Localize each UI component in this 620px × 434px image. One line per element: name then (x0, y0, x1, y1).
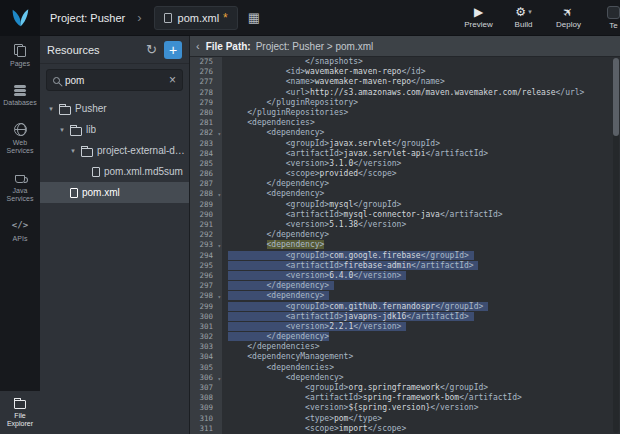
code-text[interactable]: <dependencies> (222, 363, 334, 373)
code-text[interactable]: </pluginRepository> (222, 98, 358, 108)
code-text[interactable]: <name>wavemaker-maven-repo</name> (222, 77, 445, 87)
code-line-282[interactable]: 282▾ <dependency> (190, 128, 620, 138)
code-line-275[interactable]: 275 </snapshots> (190, 57, 620, 67)
code-line-297[interactable]: 297 </dependency> (190, 281, 620, 291)
scrollbar-thumb[interactable] (613, 58, 619, 136)
code-text[interactable]: <dependency> (222, 128, 324, 138)
line-number[interactable]: 298▾ (190, 291, 222, 301)
sidebar-item-web-services[interactable]: Web Services (0, 115, 40, 163)
more-button[interactable]: Te (591, 0, 620, 35)
code-line-304[interactable]: 304 <dependencyManagement> (190, 352, 620, 362)
code-text[interactable]: <artifactId>mysql-connector-java</artifa… (222, 210, 503, 220)
line-number[interactable]: 275 (190, 57, 222, 67)
collapse-panel-icon[interactable]: ‹ (196, 40, 200, 52)
code-text[interactable]: <groupId>com.github.fernandospr</groupId… (222, 302, 488, 312)
code-line-299[interactable]: 299 <groupId>com.github.fernandospr</gro… (190, 302, 620, 312)
code-text[interactable]: </dependency> (222, 332, 329, 342)
code-line-290[interactable]: 290 <artifactId>mysql-connector-java</ar… (190, 210, 620, 220)
code-editor[interactable]: 275 </snapshots>276 <id>wavemaker-maven-… (190, 57, 620, 434)
code-line-285[interactable]: 285 <version>3.1.0</version> (190, 159, 620, 169)
code-line-301[interactable]: 301 <version>2.2.1</version> (190, 322, 620, 332)
code-line-293[interactable]: 293▾ <dependency> (190, 240, 620, 250)
sidebar-item-java-services[interactable]: Java Services (0, 163, 40, 211)
code-text[interactable]: <version>6.4.0</version> (222, 271, 406, 281)
line-number[interactable]: 307 (190, 383, 222, 393)
expand-caret-icon[interactable]: ▾ (58, 126, 66, 134)
build-button[interactable]: ⚙▾Build (501, 0, 546, 35)
code-text[interactable]: <version>5.1.38</version> (222, 220, 406, 230)
line-number[interactable]: 288▾ (190, 189, 222, 199)
line-number[interactable]: 284 (190, 149, 222, 159)
grid-menu-icon[interactable]: ▦ (248, 10, 260, 25)
line-number[interactable]: 280 (190, 108, 222, 118)
code-line-294[interactable]: 294 <groupId>com.google.firebase</groupI… (190, 251, 620, 261)
line-number[interactable]: 309 (190, 403, 222, 413)
tree-item-pom-xml-md5sum[interactable]: pom.xml.md5sum (40, 161, 189, 182)
line-number[interactable]: 296 (190, 271, 222, 281)
code-text[interactable]: </dependency> (222, 281, 334, 291)
code-text[interactable]: <artifactId>javapns-jdk16</artifactId> (222, 312, 474, 322)
code-text[interactable]: <groupId>javax.servlet</groupId> (222, 139, 440, 149)
line-number[interactable]: 297 (190, 281, 222, 291)
code-line-295[interactable]: 295 <artifactId>firebase-admin</artifact… (190, 261, 620, 271)
code-line-292[interactable]: 292 </dependency> (190, 230, 620, 240)
code-text[interactable]: </dependency> (222, 179, 329, 189)
deploy-button[interactable]: ✈Deploy (546, 0, 591, 35)
line-number[interactable]: 301 (190, 322, 222, 332)
sidebar-item-apis[interactable]: </>APIs (0, 211, 40, 251)
line-number[interactable]: 287 (190, 179, 222, 189)
line-number[interactable]: 310 (190, 414, 222, 424)
code-line-288[interactable]: 288▾ <dependency> (190, 189, 620, 199)
code-text[interactable]: <groupId>mysql</groupId> (222, 200, 401, 210)
line-number[interactable]: 299 (190, 302, 222, 312)
code-text[interactable]: <dependency> (222, 240, 324, 250)
line-number[interactable]: 290 (190, 210, 222, 220)
code-line-309[interactable]: 309 <version>${spring.version}</version> (190, 403, 620, 413)
line-number[interactable]: 285 (190, 159, 222, 169)
line-number[interactable]: 305 (190, 363, 222, 373)
line-number[interactable]: 281 (190, 118, 222, 128)
refresh-icon[interactable]: ↻ (146, 42, 157, 57)
line-number[interactable]: 289 (190, 200, 222, 210)
line-number[interactable]: 302 (190, 332, 222, 342)
code-text[interactable]: <artifactId>javax.servlet-api</artifactI… (222, 149, 488, 159)
tree-item-lib[interactable]: ▾lib (40, 119, 189, 140)
code-line-305[interactable]: 305 <dependencies> (190, 363, 620, 373)
code-text[interactable]: <dependency> (222, 291, 329, 301)
code-text[interactable]: <version>${spring.version}</version> (222, 403, 478, 413)
tab-pom-xml[interactable]: pom.xml * (154, 6, 238, 30)
code-line-306[interactable]: 306▾ <dependency> (190, 373, 620, 383)
code-line-303[interactable]: 303 </dependencies> (190, 342, 620, 352)
code-line-283[interactable]: 283 <groupId>javax.servlet</groupId> (190, 139, 620, 149)
code-line-289[interactable]: 289 <groupId>mysql</groupId> (190, 200, 620, 210)
code-line-286[interactable]: 286 <scope>provided</scope> (190, 169, 620, 179)
code-line-281[interactable]: 281 <dependencies> (190, 118, 620, 128)
code-line-284[interactable]: 284 <artifactId>javax.servlet-api</artif… (190, 149, 620, 159)
code-text[interactable]: <groupId>com.google.firebase</groupId> (222, 251, 474, 261)
line-number[interactable]: 293▾ (190, 240, 222, 250)
line-number[interactable]: 303 (190, 342, 222, 352)
line-number[interactable]: 278 (190, 88, 222, 98)
line-number[interactable]: 292 (190, 230, 222, 240)
wavemaker-logo[interactable] (0, 0, 40, 36)
line-number[interactable]: 282▾ (190, 128, 222, 138)
code-line-307[interactable]: 307 <groupId>org.springframework</groupI… (190, 383, 620, 393)
code-line-280[interactable]: 280 </pluginRepositories> (190, 108, 620, 118)
code-line-276[interactable]: 276 <id>wavemaker-maven-repo</id> (190, 67, 620, 77)
tree-item-pusher[interactable]: ▾Pusher (40, 98, 189, 119)
sidebar-item-pages[interactable]: Pages (0, 36, 40, 76)
expand-caret-icon[interactable]: ▾ (69, 147, 77, 155)
tree-item-pom-xml[interactable]: pom.xml (40, 182, 189, 203)
line-number[interactable]: 300 (190, 312, 222, 322)
code-text[interactable]: <artifactId>firebase-admin</artifactId> (222, 261, 478, 271)
search-input[interactable] (65, 75, 164, 86)
code-text[interactable]: <id>wavemaker-maven-repo</id> (222, 67, 425, 77)
code-line-311[interactable]: 311 <scope>import</scope> (190, 424, 620, 434)
code-line-277[interactable]: 277 <name>wavemaker-maven-repo</name> (190, 77, 620, 87)
line-number[interactable]: 286 (190, 169, 222, 179)
code-line-278[interactable]: 278 <url>http://s3.amazonaws.com/maven.w… (190, 88, 620, 98)
code-text[interactable]: <type>pom</type> (222, 414, 382, 424)
code-text[interactable]: <dependencyManagement> (222, 352, 353, 362)
code-text[interactable]: <version>2.2.1</version> (222, 322, 406, 332)
code-text[interactable]: </snapshots> (222, 57, 363, 67)
